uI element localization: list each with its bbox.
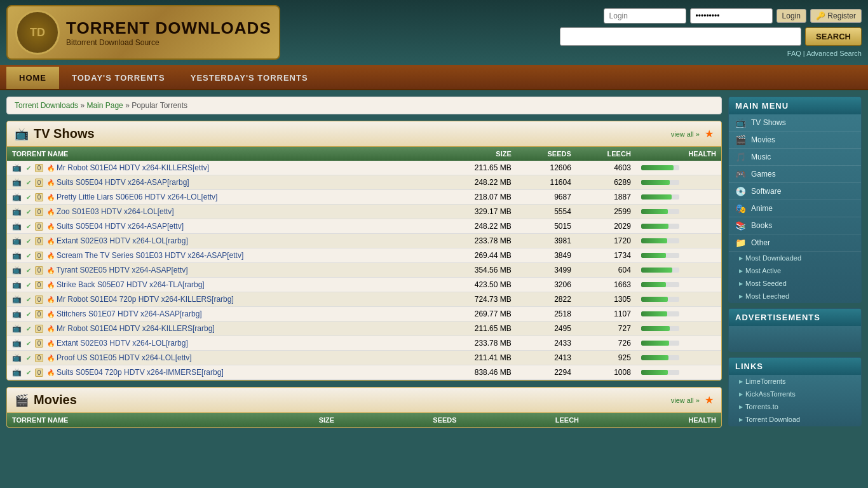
zero-badge: 0	[35, 310, 44, 318]
header: TD TORRENT DOWNLOADS Bittorrent Download…	[0, 0, 868, 67]
health-bar	[641, 282, 679, 287]
torrent-link[interactable]: Suits S05E04 HDTV x264-ASAP[rarbg]	[57, 178, 189, 187]
movies-col-size: SIZE	[247, 413, 339, 427]
check-icon: ✔	[26, 252, 31, 259]
health-bar	[641, 355, 679, 360]
sidebar-link-torrent-download[interactable]: Torrent Download	[729, 413, 861, 426]
leech-cell: 2599	[576, 205, 636, 219]
torrent-link[interactable]: Zoo S01E03 HDTV x264-LOL[ettv]	[57, 207, 174, 216]
login-button[interactable]: Login	[776, 9, 806, 23]
faq-link[interactable]: FAQ	[787, 50, 801, 57]
col-size: SIZE	[433, 147, 517, 161]
row-tv-icon: 📺	[12, 324, 22, 333]
sidebar-item-music[interactable]: 🎵 Music	[729, 149, 861, 166]
sidebar-most-leeched[interactable]: Most Leeched	[729, 290, 861, 302]
sidebar-menu-title: MAIN MENU	[729, 97, 861, 114]
sidebar-item-other[interactable]: 📁 Other	[729, 234, 861, 252]
torrent-link[interactable]: Scream The TV Series S01E03 HDTV x264-AS…	[57, 251, 243, 260]
movies-side-icon: 🎬	[735, 135, 746, 145]
zero-badge: 0	[35, 208, 44, 216]
health-cell	[636, 219, 721, 234]
breadcrumb-main[interactable]: Main Page	[86, 101, 123, 110]
seeds-cell: 2518	[517, 307, 576, 322]
torrent-link[interactable]: Suits S05E04 HDTV x264-ASAP[ettv]	[57, 222, 184, 231]
sidebar-link-limetorrents[interactable]: LimeTorrents	[729, 375, 861, 388]
login-area: Login 🔑 Register	[604, 8, 862, 24]
health-fill	[641, 297, 668, 302]
zero-badge: 0	[35, 339, 44, 348]
torrent-link[interactable]: Mr Robot S01E04 HDTV x264-KILLERS[rarbg]	[57, 324, 215, 333]
torrent-link[interactable]: Suits S05E04 720p HDTV x264-IMMERSE[rarb…	[57, 368, 224, 377]
sidebar-item-movies[interactable]: 🎬 Movies	[729, 132, 861, 149]
row-tv-icon: 📺	[12, 295, 22, 304]
torrent-link[interactable]: Mr Robot S01E04 720p HDTV x264-KILLERS[r…	[57, 295, 234, 304]
movies-view-all[interactable]: view all »	[671, 396, 700, 404]
sidebar-most-seeded[interactable]: Most Seeded	[729, 277, 861, 290]
sidebar-item-books[interactable]: 📚 Books	[729, 217, 861, 234]
torrent-name-cell: 📺 ✔ 0 🔥 Suits S05E04 HDTV x264-ASAP[ettv…	[7, 219, 433, 234]
health-fill	[641, 355, 668, 360]
nav-yesterday[interactable]: YESTERDAY'S TORRENTS	[178, 67, 321, 89]
flame-icon: 🔥	[47, 223, 55, 230]
movies-icon: 🎬	[15, 393, 29, 407]
torrent-name-cell: 📺 ✔ 0 🔥 Scream The TV Series S01E03 HDTV…	[7, 248, 433, 263]
torrent-name-cell: 📺 ✔ 0 🔥 Suits S05E04 720p HDTV x264-IMME…	[7, 365, 433, 380]
zero-badge: 0	[35, 281, 44, 289]
torrent-name-cell: 📺 ✔ 0 🔥 Pretty Little Liars S06E06 HDTV …	[7, 190, 433, 205]
tv-shows-view-all[interactable]: view all »	[671, 130, 700, 138]
size-cell: 838.46 MB	[433, 365, 517, 380]
zero-badge: 0	[35, 252, 44, 260]
seeds-cell: 11604	[517, 175, 576, 190]
seeds-cell: 5554	[517, 205, 576, 219]
flame-icon: 🔥	[47, 325, 55, 332]
torrent-link[interactable]: Proof US S01E05 HDTV x264-LOL[ettv]	[57, 353, 192, 362]
torrent-link[interactable]: Stitchers S01E07 HDTV x264-ASAP[rarbg]	[57, 309, 202, 318]
check-icon: ✔	[26, 165, 31, 172]
check-icon: ✔	[26, 223, 31, 230]
sidebar-link-torrents-to[interactable]: Torrents.to	[729, 400, 861, 413]
tv-shows-header: 📺 TV Shows view all » ★	[7, 121, 721, 147]
leech-cell: 1720	[576, 234, 636, 248]
password-input[interactable]	[690, 8, 773, 24]
leech-cell: 1734	[576, 248, 636, 263]
sidebar-item-anime[interactable]: 🎭 Anime	[729, 200, 861, 217]
tv-shows-table: TORRENT NAME SIZE SEEDS LEECH HEALTH 📺 ✔…	[7, 147, 721, 380]
torrent-link[interactable]: Extant S02E03 HDTV x264-LOL[rarbg]	[57, 339, 188, 348]
health-fill	[641, 341, 669, 346]
torrent-link[interactable]: Pretty Little Liars S06E06 HDTV x264-LOL…	[57, 193, 217, 201]
torrent-link[interactable]: Strike Back S05E07 HDTV x264-TLA[rarbg]	[57, 280, 205, 289]
size-cell: 233.78 MB	[433, 336, 517, 351]
sidebar-item-software[interactable]: 💿 Software	[729, 183, 861, 200]
torrent-link[interactable]: Extant S02E03 HDTV x264-LOL[rarbg]	[57, 236, 188, 245]
seeds-cell: 3499	[517, 263, 576, 278]
anime-icon: 🎭	[735, 203, 746, 214]
register-button[interactable]: 🔑 Register	[810, 9, 862, 23]
nav-today[interactable]: TODAY'S TORRENTS	[59, 67, 178, 89]
advanced-search-link[interactable]: Advanced Search	[806, 50, 862, 57]
check-icon: ✔	[26, 208, 31, 215]
check-icon: ✔	[26, 311, 31, 318]
nav-home[interactable]: HOME	[6, 67, 59, 89]
table-row: 📺 ✔ 0 🔥 Suits S05E04 720p HDTV x264-IMME…	[7, 365, 721, 380]
search-input[interactable]	[560, 27, 801, 46]
username-input[interactable]	[604, 8, 686, 24]
sidebar-most-active[interactable]: Most Active	[729, 264, 861, 277]
col-seeds: SEEDS	[517, 147, 576, 161]
rss-icon[interactable]: ★	[705, 128, 714, 140]
size-cell: 269.44 MB	[433, 248, 517, 263]
row-tv-icon: 📺	[12, 266, 22, 274]
sidebar-item-tvshows[interactable]: 📺 TV Shows	[729, 114, 861, 132]
sidebar-link-kickass[interactable]: KickAssTorrents	[729, 388, 861, 400]
sidebar-item-games[interactable]: 🎮 Games	[729, 166, 861, 183]
search-button[interactable]: SEARCH	[805, 27, 862, 46]
sidebar-most-downloaded[interactable]: Most Downloaded	[729, 252, 861, 264]
check-icon: ✔	[26, 355, 31, 362]
movies-rss-icon[interactable]: ★	[705, 394, 714, 406]
torrent-link[interactable]: Tyrant S02E05 HDTV x264-ASAP[ettv]	[57, 266, 188, 274]
torrent-link[interactable]: Mr Robot S01E04 HDTV x264-KILLERS[ettv]	[57, 163, 209, 172]
leech-cell: 1008	[576, 365, 636, 380]
health-cell	[636, 263, 721, 278]
row-tv-icon: 📺	[12, 207, 22, 216]
health-cell	[636, 292, 721, 307]
breadcrumb-home[interactable]: Torrent Downloads	[15, 101, 78, 110]
